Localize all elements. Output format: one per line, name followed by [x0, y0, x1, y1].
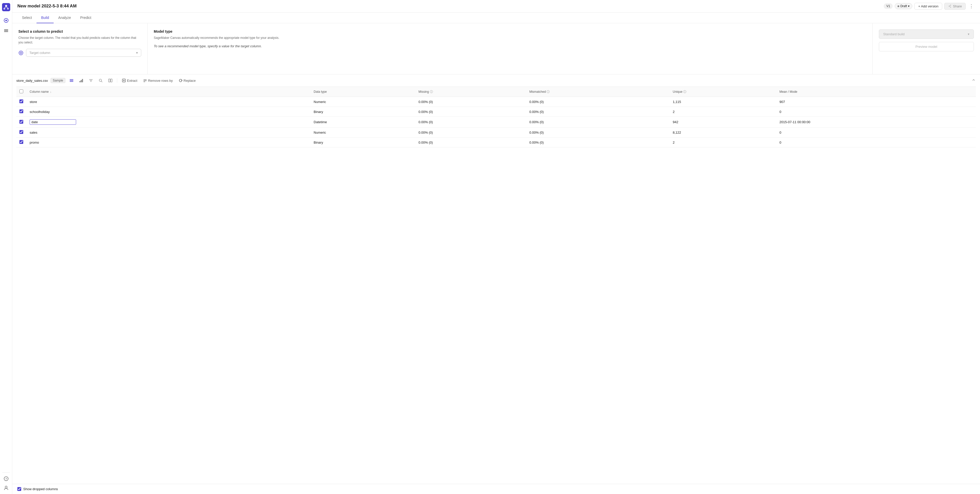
target-column-placeholder: Target column — [29, 51, 50, 55]
th-checkbox — [16, 87, 27, 97]
cell-data-type-2: Datetime — [310, 117, 415, 127]
row-checkbox-4[interactable] — [19, 140, 23, 144]
header: New model 2022-5-3 8:44 AM V1 Draft ▾ + … — [12, 0, 980, 13]
share-label: Share — [953, 4, 962, 8]
svg-rect-9 — [4, 30, 8, 31]
cell-checkbox-4 — [16, 137, 27, 147]
cell-mismatched-0: 0.00% (0) — [526, 97, 670, 107]
show-dropped-checkbox[interactable] — [18, 487, 21, 491]
cell-missing-0: 0.00% (0) — [415, 97, 527, 107]
columns-button[interactable] — [107, 77, 114, 84]
sidebar-icon-help[interactable]: ? — [3, 476, 9, 482]
cell-mismatched-1: 0.00% (0) — [526, 107, 670, 117]
cell-mean-mode-4: 0 — [776, 137, 976, 147]
model-config-section: Select a column to predict Choose the ta… — [12, 23, 980, 74]
data-section: store_daily_sales.csv Sample — [12, 74, 980, 147]
predict-column-panel: Select a column to predict Choose the ta… — [12, 23, 148, 74]
sidebar-icon-user[interactable] — [3, 485, 9, 491]
tab-build[interactable]: Build — [37, 13, 54, 23]
tab-analyze[interactable]: Analyze — [54, 13, 76, 23]
target-column-row: Target column ▾ — [18, 49, 141, 57]
svg-point-21 — [21, 53, 21, 53]
sample-badge: Sample — [51, 78, 66, 83]
collapse-icon — [971, 78, 976, 82]
cell-mean-mode-1: 0 — [776, 107, 976, 117]
svg-text:?: ? — [5, 477, 6, 480]
cell-data-type-4: Binary — [310, 137, 415, 147]
draft-badge[interactable]: Draft ▾ — [895, 3, 912, 9]
standard-build-button[interactable]: Standard build ▾ — [879, 29, 974, 39]
filter-button[interactable] — [88, 77, 94, 84]
row-checkbox-1[interactable] — [19, 109, 23, 113]
cell-name-1: schoolholiday — [27, 107, 310, 117]
extract-button[interactable]: Extract — [120, 77, 139, 84]
unique-info-icon[interactable]: ⓘ — [683, 90, 686, 94]
mismatched-info-icon[interactable]: ⓘ — [547, 90, 550, 94]
version-badge[interactable]: V1 — [884, 3, 892, 9]
select-all-checkbox[interactable] — [19, 89, 23, 93]
tab-select[interactable]: Select — [18, 13, 37, 23]
more-menu-button[interactable]: ⋮ — [968, 3, 975, 10]
remove-rows-label: Remove rows by — [148, 79, 173, 83]
preview-model-button[interactable]: Preview model — [879, 42, 974, 51]
remove-rows-icon — [143, 78, 147, 83]
row-checkbox-0[interactable] — [19, 99, 23, 103]
target-column-chevron-icon: ▾ — [136, 51, 138, 55]
sort-icon[interactable]: ↓ — [50, 90, 52, 93]
th-data-type: Data type — [310, 87, 415, 97]
th-missing: Missing ⓘ — [415, 87, 527, 97]
columns-icon — [108, 78, 112, 83]
predict-column-desc: Choose the target column. The model that… — [18, 35, 141, 45]
cell-data-type-0: Numeric — [310, 97, 415, 107]
table-row: Datetime 0.00% (0) 0.00% (0) 942 2015-07… — [16, 117, 976, 127]
cell-checkbox-2 — [16, 117, 27, 127]
sidebar-icon-menu[interactable] — [3, 28, 9, 34]
replace-icon — [178, 78, 183, 83]
draft-label: Draft — [900, 4, 907, 8]
search-button[interactable] — [97, 77, 104, 84]
cell-unique-1: 2 — [670, 107, 776, 117]
cell-mean-mode-0: 907 — [776, 97, 976, 107]
draft-chevron-icon: ▾ — [908, 4, 910, 8]
row-checkbox-2[interactable] — [19, 120, 23, 124]
sidebar-icon-activity[interactable] — [3, 18, 9, 24]
show-dropped-label: Show dropped columns — [23, 487, 58, 491]
data-table: Column name ↓ Data type Missing ⓘ Mismat… — [16, 87, 976, 147]
model-type-note: To see a recommended model type, specify… — [154, 44, 866, 48]
cell-unique-2: 942 — [670, 117, 776, 127]
cell-unique-3: 8,122 — [670, 127, 776, 137]
missing-info-icon[interactable]: ⓘ — [430, 90, 433, 94]
row-checkbox-3[interactable] — [19, 130, 23, 134]
target-icon — [18, 50, 24, 56]
col-name-input-2[interactable] — [30, 120, 76, 125]
table-row: store Numeric 0.00% (0) 0.00% (0) 1,115 … — [16, 97, 976, 107]
chart-view-button[interactable] — [78, 77, 85, 84]
svg-rect-26 — [81, 80, 82, 82]
main-content: New model 2022-5-3 8:44 AM V1 Draft ▾ + … — [12, 0, 980, 494]
cell-mismatched-3: 0.00% (0) — [526, 127, 670, 137]
svg-rect-31 — [111, 79, 112, 82]
table-row: sales Numeric 0.00% (0) 0.00% (0) 8,122 … — [16, 127, 976, 137]
target-column-select[interactable]: Target column ▾ — [26, 49, 141, 57]
svg-rect-22 — [70, 79, 73, 80]
model-type-title: Model type — [154, 29, 866, 33]
svg-rect-24 — [70, 81, 73, 82]
col-name-3: sales — [30, 131, 37, 134]
tab-predict[interactable]: Predict — [76, 13, 96, 23]
add-version-button[interactable]: + Add version — [914, 3, 942, 10]
standard-build-chevron-icon: ▾ — [968, 32, 969, 36]
svg-rect-23 — [70, 80, 73, 81]
extract-icon — [122, 78, 126, 83]
remove-rows-button[interactable]: Remove rows by — [142, 77, 175, 84]
app-logo — [2, 3, 10, 11]
share-button[interactable]: Share — [944, 3, 966, 10]
list-view-button[interactable] — [68, 77, 75, 84]
draft-dot — [897, 5, 899, 7]
svg-point-3 — [7, 8, 9, 10]
toolbar-separator — [117, 78, 117, 83]
standard-build-label: Standard build — [883, 32, 905, 36]
cell-missing-3: 0.00% (0) — [415, 127, 527, 137]
collapse-button[interactable] — [971, 78, 976, 83]
table-header-row: Column name ↓ Data type Missing ⓘ Mismat… — [16, 87, 976, 97]
replace-button[interactable]: Replace — [177, 77, 197, 84]
